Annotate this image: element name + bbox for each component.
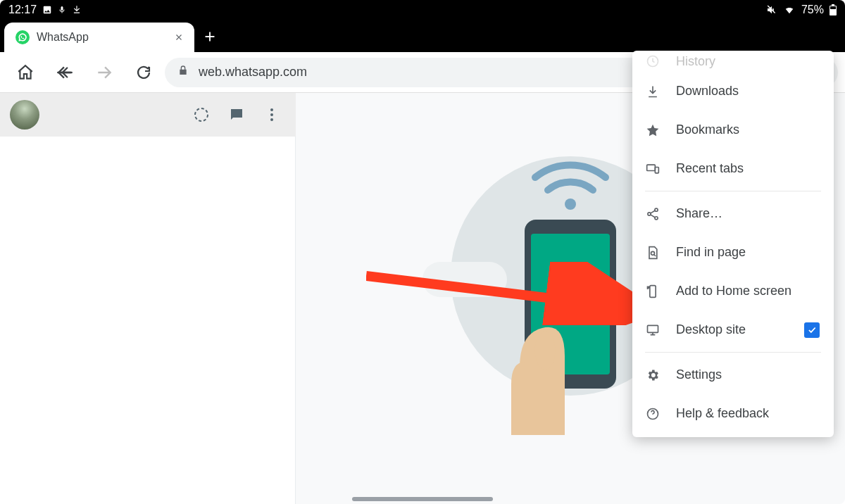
menu-label: Add to Home screen xyxy=(676,284,820,298)
menu-label: Desktop site xyxy=(676,322,789,337)
menu-item-settings[interactable]: Settings xyxy=(632,355,834,394)
menu-label: History xyxy=(676,54,820,69)
add-to-home-icon xyxy=(645,284,661,299)
android-nav-pill[interactable] xyxy=(352,497,493,501)
wifi-graphic-icon xyxy=(528,149,613,213)
menu-item-history[interactable]: History xyxy=(632,51,834,72)
svg-rect-18 xyxy=(648,325,658,332)
menu-dots-button[interactable] xyxy=(258,101,286,129)
menu-item-bookmarks[interactable]: Bookmarks xyxy=(632,111,834,149)
wifi-icon xyxy=(783,5,796,15)
menu-label: Find in page xyxy=(676,245,820,260)
tab-close-button[interactable] xyxy=(173,32,184,43)
history-icon xyxy=(645,53,661,69)
status-button[interactable] xyxy=(187,101,215,129)
chrome-overflow-menu: History Downloads Bookmarks Recent tabs … xyxy=(632,51,834,437)
menu-item-add-to-home[interactable]: Add to Home screen xyxy=(632,272,834,310)
battery-icon xyxy=(830,4,837,15)
image-icon xyxy=(42,5,52,15)
browser-tab-strip: WhatsApp xyxy=(0,20,845,52)
menu-item-share[interactable]: Share… xyxy=(632,194,834,233)
forward-button[interactable] xyxy=(86,56,123,89)
svg-rect-2 xyxy=(830,6,836,9)
reload-button[interactable] xyxy=(125,56,162,89)
svg-point-7 xyxy=(565,199,576,210)
menu-item-downloads[interactable]: Downloads xyxy=(632,72,834,111)
whatsapp-favicon xyxy=(15,30,30,44)
menu-item-recent-tabs[interactable]: Recent tabs xyxy=(632,149,834,188)
svg-rect-12 xyxy=(655,167,658,172)
whatsapp-left-panel xyxy=(0,93,296,504)
menu-label: Recent tabs xyxy=(676,161,820,176)
battery-percentage: 75% xyxy=(801,4,824,16)
menu-item-desktop-site[interactable]: Desktop site xyxy=(632,310,834,349)
menu-item-help[interactable]: Help & feedback xyxy=(632,394,834,433)
menu-label: Share… xyxy=(676,206,820,221)
download-done-icon xyxy=(72,5,82,15)
hand-graphic xyxy=(480,297,593,438)
menu-label: Help & feedback xyxy=(676,406,820,421)
home-button[interactable] xyxy=(7,56,44,89)
browser-tab-whatsapp[interactable]: WhatsApp xyxy=(4,23,194,52)
download-icon xyxy=(645,84,661,99)
url-text: web.whatsapp.com xyxy=(199,65,307,80)
menu-label: Settings xyxy=(676,367,820,382)
help-icon xyxy=(645,406,661,422)
menu-label: Downloads xyxy=(676,84,820,99)
mic-icon xyxy=(58,5,66,15)
find-in-page-icon xyxy=(645,245,661,260)
whatsapp-header xyxy=(0,93,296,137)
back-button[interactable] xyxy=(46,56,83,89)
svg-point-4 xyxy=(270,108,273,111)
svg-rect-11 xyxy=(647,165,656,170)
menu-item-find-in-page[interactable]: Find in page xyxy=(632,233,834,272)
svg-rect-1 xyxy=(832,4,834,6)
svg-rect-17 xyxy=(650,285,656,297)
gear-icon xyxy=(645,367,661,383)
android-status-bar: 12:17 75% xyxy=(0,0,845,20)
mute-icon xyxy=(766,4,777,15)
lock-icon xyxy=(177,64,189,80)
menu-label: Bookmarks xyxy=(676,122,820,137)
status-time: 12:17 xyxy=(8,4,37,16)
tab-title: WhatsApp xyxy=(37,31,166,44)
star-icon xyxy=(645,122,661,138)
svg-point-3 xyxy=(195,108,208,121)
svg-point-8 xyxy=(535,332,556,370)
new-chat-button[interactable] xyxy=(223,101,251,129)
profile-avatar[interactable] xyxy=(10,100,39,130)
desktop-site-checkbox[interactable] xyxy=(804,322,820,338)
svg-point-5 xyxy=(270,113,273,116)
desktop-icon xyxy=(645,322,661,338)
svg-point-6 xyxy=(270,118,273,121)
devices-icon xyxy=(645,161,661,177)
share-icon xyxy=(645,206,661,222)
new-tab-button[interactable] xyxy=(194,21,225,52)
